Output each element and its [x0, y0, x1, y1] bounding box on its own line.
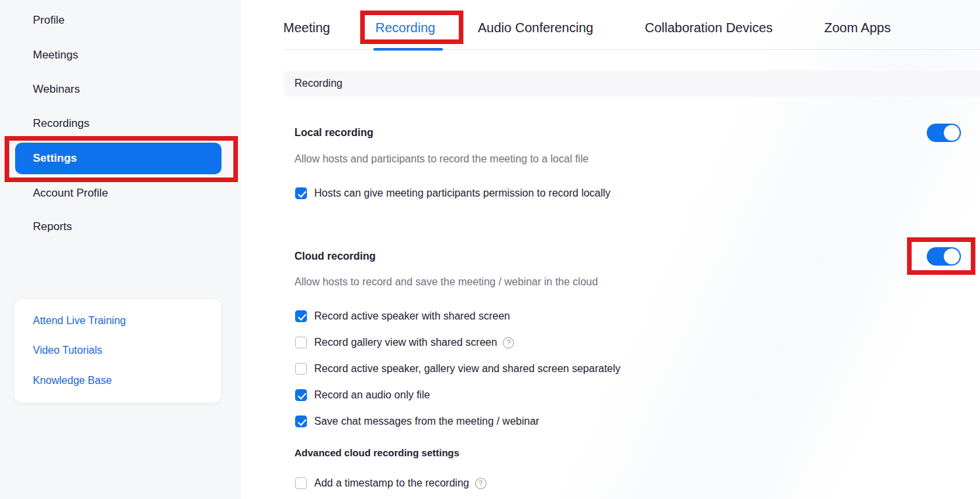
- option-label: Add a timestamp to the recording: [314, 477, 469, 490]
- option-label: Hosts can give meeting participants perm…: [314, 187, 611, 200]
- option-label: Record active speaker, gallery view and …: [314, 362, 620, 375]
- toggle-knob: [944, 249, 960, 264]
- option-label: Record active speaker with shared screen: [314, 310, 510, 323]
- option-row: Record gallery view with shared screen: [295, 336, 514, 349]
- checkbox-audio-only[interactable]: [295, 389, 307, 401]
- tab-audio-conferencing[interactable]: Audio Conferencing: [478, 20, 594, 36]
- help-icon[interactable]: [503, 337, 514, 348]
- tab-meeting[interactable]: Meeting: [283, 20, 330, 36]
- section-header-label: Recording: [294, 78, 342, 89]
- tab-zoom-apps[interactable]: Zoom Apps: [824, 20, 891, 36]
- option-row: Record an audio only file: [295, 389, 430, 402]
- checkbox-add-timestamp[interactable]: [295, 477, 307, 489]
- option-row: Add a timestamp to the recording: [295, 477, 486, 490]
- local-recording-title: Local recording: [294, 126, 373, 139]
- sidebar: Profile Meetings Webinars Recordings Set…: [0, 0, 241, 499]
- option-row: Hosts can give meeting participants perm…: [295, 187, 611, 200]
- active-tab-underline: [373, 48, 443, 51]
- cloud-recording-description: Allow hosts to record and save the meeti…: [294, 275, 598, 289]
- local-recording-description: Allow hosts and participants to record t…: [294, 152, 588, 166]
- link-attend-live-training[interactable]: Attend Live Training: [33, 314, 126, 328]
- checkbox-record-separately[interactable]: [295, 363, 307, 375]
- cloud-recording-toggle[interactable]: [927, 247, 961, 266]
- local-recording-toggle[interactable]: [927, 124, 961, 142]
- cloud-recording-title: Cloud recording: [294, 250, 376, 263]
- checkbox-hosts-permission[interactable]: [295, 187, 307, 199]
- checkbox-record-gallery-view[interactable]: [295, 337, 307, 348]
- option-row: Record active speaker with shared screen: [295, 310, 510, 323]
- link-video-tutorials[interactable]: Video Tutorials: [33, 343, 103, 358]
- help-links-card: Attend Live Training Video Tutorials Kno…: [14, 299, 221, 402]
- checkbox-save-chat[interactable]: [295, 416, 307, 427]
- help-icon[interactable]: [475, 478, 486, 489]
- sidebar-item-webinars[interactable]: Webinars: [33, 82, 80, 97]
- sidebar-item-settings-label: Settings: [33, 152, 77, 165]
- sidebar-item-profile[interactable]: Profile: [33, 13, 64, 28]
- checkbox-record-active-speaker[interactable]: [295, 310, 307, 322]
- link-knowledge-base[interactable]: Knowledge Base: [33, 373, 112, 388]
- sidebar-item-meetings[interactable]: Meetings: [33, 48, 78, 62]
- option-label: Save chat messages from the meeting / we…: [314, 415, 539, 428]
- sidebar-item-account-profile[interactable]: Account Profile: [33, 186, 108, 201]
- option-row: Record active speaker, gallery view and …: [295, 362, 620, 375]
- option-label: Record gallery view with shared screen: [314, 336, 497, 349]
- sidebar-item-reports[interactable]: Reports: [33, 220, 72, 234]
- sidebar-item-settings[interactable]: Settings: [15, 143, 222, 174]
- option-row: Save chat messages from the meeting / we…: [295, 415, 539, 428]
- advanced-cloud-settings-heading: Advanced cloud recording settings: [294, 446, 459, 459]
- zoom-settings-page: Profile Meetings Webinars Recordings Set…: [0, 0, 980, 499]
- tab-collaboration-devices[interactable]: Collaboration Devices: [645, 20, 773, 36]
- option-label: Record an audio only file: [314, 389, 430, 402]
- sidebar-item-recordings[interactable]: Recordings: [33, 116, 89, 131]
- tab-recording[interactable]: Recording: [375, 20, 435, 36]
- toggle-knob: [944, 125, 960, 141]
- section-header-recording: Recording: [284, 70, 980, 97]
